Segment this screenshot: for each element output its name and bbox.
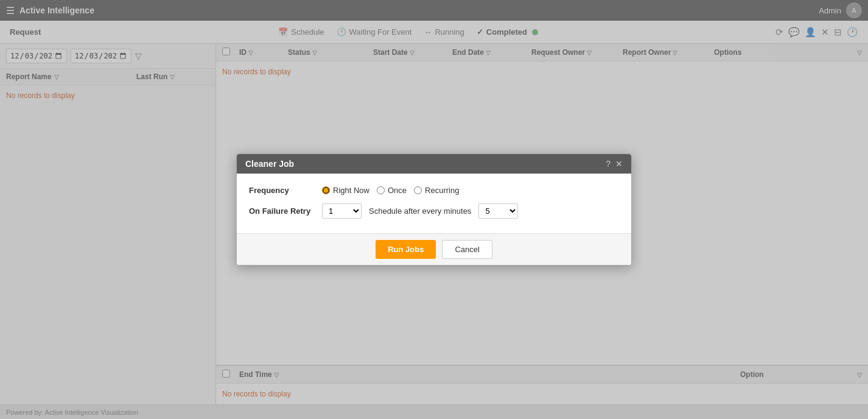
cancel-button[interactable]: Cancel: [442, 240, 492, 259]
radio-once-label: Once: [388, 186, 407, 195]
radio-right-now[interactable]: Right Now: [322, 186, 369, 195]
schedule-after-label: Schedule after every minutes: [369, 206, 471, 216]
failure-retry-row: On Failure Retry 1 2 3 4 5 Schedule afte…: [249, 203, 619, 219]
frequency-controls: Right Now Once Recurring: [322, 186, 459, 195]
cleaner-job-dialog: Cleaner Job ? ✕ Frequency Right Now Onc: [236, 153, 632, 266]
run-jobs-button[interactable]: Run Jobs: [376, 240, 436, 259]
dialog-help-icon[interactable]: ?: [606, 159, 611, 169]
radio-recurring-label: Recurring: [425, 186, 459, 195]
radio-recurring-input[interactable]: [414, 186, 422, 194]
radio-right-now-label: Right Now: [333, 186, 369, 195]
dialog-header: Cleaner Job ? ✕: [237, 154, 631, 174]
dialog-body: Frequency Right Now Once Recurring: [237, 174, 631, 233]
schedule-minutes-select[interactable]: 1 2 3 5 10 15 30: [478, 203, 518, 219]
radio-right-now-input[interactable]: [322, 186, 330, 194]
dialog-close-icon[interactable]: ✕: [615, 159, 623, 169]
failure-retry-controls: 1 2 3 4 5 Schedule after every minutes 1…: [322, 203, 518, 219]
radio-once-input[interactable]: [377, 186, 385, 194]
dialog-header-actions: ? ✕: [606, 159, 623, 169]
frequency-row: Frequency Right Now Once Recurring: [249, 186, 619, 195]
on-failure-retry-label: On Failure Retry: [249, 206, 322, 216]
radio-once[interactable]: Once: [377, 186, 407, 195]
retry-select[interactable]: 1 2 3 4 5: [322, 203, 362, 219]
dialog-footer: Run Jobs Cancel: [237, 233, 631, 265]
modal-overlay: Cleaner Job ? ✕ Frequency Right Now Onc: [0, 0, 868, 419]
frequency-label: Frequency: [249, 186, 322, 195]
radio-recurring[interactable]: Recurring: [414, 186, 459, 195]
dialog-title: Cleaner Job: [245, 159, 294, 169]
